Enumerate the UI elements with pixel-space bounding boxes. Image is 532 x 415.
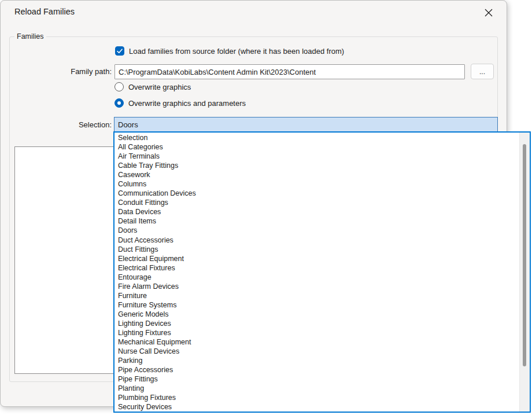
list-item[interactable]: Plumbing Fixtures <box>114 393 519 402</box>
overwrite-graphics-radio-row[interactable]: Overwrite graphics <box>114 82 191 91</box>
load-families-checkbox-label: Load families from source folder (where … <box>129 47 344 56</box>
selection-combobox[interactable]: Doors <box>114 117 498 132</box>
load-families-checkbox-row[interactable]: Load families from source folder (where … <box>115 46 344 56</box>
list-item[interactable]: Selection <box>114 133 519 142</box>
list-item[interactable]: Doors <box>114 226 519 235</box>
list-item[interactable]: Communication Devices <box>114 189 519 198</box>
list-item[interactable]: Generic Models <box>114 310 519 319</box>
selection-label: Selection: <box>8 120 112 129</box>
list-item[interactable]: Mechanical Equipment <box>114 337 519 347</box>
overwrite-graphics-parameters-radio-row[interactable]: Overwrite graphics and parameters <box>114 98 246 108</box>
list-item[interactable]: Data Devices <box>114 207 519 216</box>
list-item[interactable]: Lighting Fixtures <box>114 328 519 337</box>
family-path-label: Family path: <box>8 67 112 76</box>
list-item[interactable]: Conduit Fittings <box>114 198 519 207</box>
list-item[interactable]: Planting <box>114 384 519 393</box>
dialog-title: Reload Families <box>14 7 75 16</box>
selection-dropdown-popup: SelectionAll CategoriesAir TerminalsCabl… <box>113 131 531 413</box>
list-item[interactable]: Parking <box>114 356 519 365</box>
browse-button[interactable]: ... <box>471 64 494 79</box>
overwrite-graphics-radio-label: Overwrite graphics <box>128 83 191 91</box>
overwrite-graphics-parameters-radio[interactable] <box>114 98 124 108</box>
dropdown-scrollbar-thumb[interactable] <box>523 144 526 366</box>
list-item[interactable]: Duct Accessories <box>114 236 519 245</box>
browse-button-label: ... <box>479 68 485 75</box>
overwrite-graphics-parameters-radio-label: Overwrite graphics and parameters <box>128 99 246 108</box>
list-item[interactable]: Electrical Fixtures <box>114 263 519 273</box>
list-item[interactable]: Security Devices <box>114 402 519 412</box>
list-item[interactable]: Pipe Accessories <box>114 365 519 374</box>
list-item[interactable]: Cable Tray Fittings <box>114 161 519 170</box>
check-icon <box>117 46 123 56</box>
list-item[interactable]: All Categories <box>114 142 519 152</box>
family-path-input[interactable] <box>114 64 465 79</box>
close-icon <box>485 9 493 17</box>
list-item[interactable]: Entourage <box>114 273 519 282</box>
dropdown-scrollbar[interactable] <box>519 133 530 412</box>
list-item[interactable]: Pipe Fittings <box>114 374 519 384</box>
families-groupbox-label: Families <box>14 32 46 41</box>
close-button[interactable] <box>479 4 498 21</box>
list-item[interactable]: Fire Alarm Devices <box>114 282 519 291</box>
overwrite-graphics-radio[interactable] <box>114 82 124 91</box>
list-item[interactable]: Electrical Equipment <box>114 254 519 263</box>
selection-combobox-value: Doors <box>118 120 138 129</box>
list-item[interactable]: Detail Items <box>114 216 519 226</box>
list-item[interactable]: Lighting Devices <box>114 319 519 328</box>
list-item[interactable]: Nurse Call Devices <box>114 347 519 356</box>
list-item[interactable]: Furniture Systems <box>114 300 519 310</box>
list-item[interactable]: Duct Fittings <box>114 245 519 254</box>
load-families-checkbox[interactable] <box>115 46 124 56</box>
selection-dropdown-list: SelectionAll CategoriesAir TerminalsCabl… <box>114 133 519 412</box>
list-item[interactable]: Air Terminals <box>114 152 519 161</box>
list-item[interactable]: Columns <box>114 179 519 189</box>
list-item[interactable]: Furniture <box>114 291 519 300</box>
title-bar[interactable]: Reload Families <box>1 1 507 24</box>
screen: Reload Families Families <box>0 0 532 415</box>
list-item[interactable]: Casework <box>114 170 519 179</box>
